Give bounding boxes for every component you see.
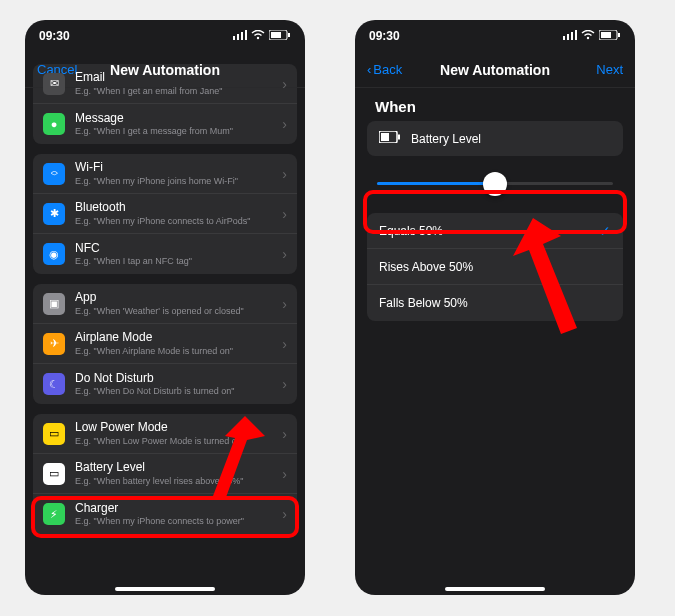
- trigger-subtitle: E.g. "When I tap an NFC tag": [75, 256, 272, 267]
- slider-thumb[interactable]: [483, 172, 507, 196]
- trigger-title: Airplane Mode: [75, 330, 272, 344]
- app-icon: ▣: [43, 293, 65, 315]
- status-time: 09:30: [369, 29, 400, 43]
- svg-rect-6: [271, 32, 281, 38]
- status-indicators: [233, 29, 291, 43]
- trigger-summary-row: Battery Level: [367, 121, 623, 156]
- airplane-icon: ✈︎: [43, 333, 65, 355]
- battery-icon: ▭: [43, 463, 65, 485]
- back-label: Back: [373, 62, 402, 77]
- svg-rect-2: [241, 32, 243, 40]
- header-title: New Automation: [440, 62, 550, 78]
- battery-icon: [379, 131, 401, 146]
- next-button[interactable]: Next: [596, 62, 623, 77]
- trigger-title: NFC: [75, 241, 272, 255]
- chevron-right-icon: ›: [282, 426, 287, 442]
- trigger-label: Battery Level: [411, 132, 481, 146]
- slider-fill: [377, 182, 495, 185]
- nav-header: ‹ Back New Automation Next: [355, 52, 635, 88]
- trigger-subtitle: E.g. "When my iPhone connects to power": [75, 516, 272, 527]
- battery-status-icon: [599, 29, 621, 43]
- charger-icon: ⚡︎: [43, 503, 65, 525]
- trigger-row-do-not-disturb[interactable]: ☾Do Not DisturbE.g. "When Do Not Disturb…: [33, 364, 297, 404]
- wifi-icon: ⌔: [43, 163, 65, 185]
- trigger-row-bluetooth[interactable]: ✱BluetoothE.g. "When my iPhone connects …: [33, 194, 297, 234]
- svg-rect-0: [233, 36, 235, 40]
- trigger-list-content[interactable]: ✉︎EmailE.g. "When I get an email from Ja…: [25, 54, 305, 595]
- svg-rect-15: [601, 32, 611, 38]
- trigger-title: Message: [75, 111, 272, 125]
- svg-rect-3: [245, 30, 247, 40]
- chevron-right-icon: ›: [282, 166, 287, 182]
- trigger-row-low-power-mode[interactable]: ▭Low Power ModeE.g. "When Low Power Mode…: [33, 414, 297, 454]
- trigger-row-wi-fi[interactable]: ⌔Wi-FiE.g. "When my iPhone joins home Wi…: [33, 154, 297, 194]
- svg-rect-11: [571, 32, 573, 40]
- lowpower-icon: ▭: [43, 423, 65, 445]
- wifi-icon-status: [581, 29, 595, 43]
- svg-rect-10: [567, 34, 569, 40]
- trigger-group: ▣AppE.g. "When 'Weather' is opened or cl…: [33, 284, 297, 404]
- svg-rect-7: [288, 33, 290, 37]
- home-indicator[interactable]: [445, 587, 545, 591]
- svg-point-4: [257, 37, 259, 39]
- chevron-right-icon: ›: [282, 376, 287, 392]
- status-indicators: [563, 29, 621, 43]
- chevron-right-icon: ›: [282, 76, 287, 92]
- trigger-subtitle: E.g. "When Low Power Mode is turned off": [75, 436, 272, 447]
- trigger-title: Do Not Disturb: [75, 371, 272, 385]
- svg-point-13: [587, 37, 589, 39]
- trigger-text: AppE.g. "When 'Weather' is opened or clo…: [75, 290, 272, 316]
- email-icon: ✉︎: [43, 73, 65, 95]
- back-button[interactable]: ‹ Back: [367, 62, 402, 77]
- svg-rect-18: [381, 133, 389, 141]
- trigger-title: Wi-Fi: [75, 160, 272, 174]
- condition-option[interactable]: Falls Below 50%: [367, 285, 623, 321]
- home-indicator[interactable]: [115, 587, 215, 591]
- trigger-subtitle: E.g. "When I get an email from Jane": [75, 86, 272, 97]
- trigger-title: Email: [75, 70, 272, 84]
- trigger-row-app[interactable]: ▣AppE.g. "When 'Weather' is opened or cl…: [33, 284, 297, 324]
- trigger-row-airplane-mode[interactable]: ✈︎Airplane ModeE.g. "When Airplane Mode …: [33, 324, 297, 364]
- trigger-group: ⌔Wi-FiE.g. "When my iPhone joins home Wi…: [33, 154, 297, 274]
- trigger-text: Battery LevelE.g. "When battery level ri…: [75, 460, 272, 486]
- trigger-title: Battery Level: [75, 460, 272, 474]
- wifi-icon-status: [251, 29, 265, 43]
- option-label: Equals 50%: [379, 224, 443, 238]
- svg-rect-1: [237, 34, 239, 40]
- chevron-left-icon: ‹: [367, 62, 371, 77]
- option-label: Rises Above 50%: [379, 260, 473, 274]
- condition-option[interactable]: Rises Above 50%: [367, 249, 623, 285]
- condition-option[interactable]: Equals 50%✓: [367, 213, 623, 249]
- trigger-subtitle: E.g. "When Do Not Disturb is turned on": [75, 386, 272, 397]
- trigger-subtitle: E.g. "When I get a message from Mum": [75, 126, 272, 137]
- chevron-right-icon: ›: [282, 506, 287, 522]
- trigger-text: Low Power ModeE.g. "When Low Power Mode …: [75, 420, 272, 446]
- when-section-label: When: [367, 88, 623, 121]
- svg-rect-9: [563, 36, 565, 40]
- message-icon: ●: [43, 113, 65, 135]
- trigger-row-battery-level[interactable]: ▭Battery LevelE.g. "When battery level r…: [33, 454, 297, 494]
- trigger-row-email[interactable]: ✉︎EmailE.g. "When I get an email from Ja…: [33, 64, 297, 104]
- trigger-subtitle: E.g. "When 'Weather' is opened or closed…: [75, 306, 272, 317]
- status-time: 09:30: [39, 29, 70, 43]
- trigger-title: App: [75, 290, 272, 304]
- status-bar: 09:30: [25, 20, 305, 52]
- signal-icon: [563, 29, 577, 43]
- trigger-row-nfc[interactable]: ◉NFCE.g. "When I tap an NFC tag"›: [33, 234, 297, 274]
- trigger-subtitle: E.g. "When my iPhone joins home Wi-Fi": [75, 176, 272, 187]
- trigger-text: Wi-FiE.g. "When my iPhone joins home Wi-…: [75, 160, 272, 186]
- trigger-subtitle: E.g. "When battery level rises above 50%…: [75, 476, 272, 487]
- svg-rect-12: [575, 30, 577, 40]
- trigger-title: Charger: [75, 501, 272, 515]
- chevron-right-icon: ›: [282, 466, 287, 482]
- trigger-title: Low Power Mode: [75, 420, 272, 434]
- trigger-subtitle: E.g. "When Airplane Mode is turned on": [75, 346, 272, 357]
- trigger-text: BluetoothE.g. "When my iPhone connects t…: [75, 200, 272, 226]
- trigger-row-charger[interactable]: ⚡︎ChargerE.g. "When my iPhone connects t…: [33, 494, 297, 534]
- trigger-row-message[interactable]: ●MessageE.g. "When I get a message from …: [33, 104, 297, 144]
- trigger-title: Bluetooth: [75, 200, 272, 214]
- battery-slider[interactable]: [367, 168, 623, 199]
- bluetooth-icon: ✱: [43, 203, 65, 225]
- status-bar: 09:30: [355, 20, 635, 52]
- condition-options: Equals 50%✓Rises Above 50%Falls Below 50…: [367, 213, 623, 321]
